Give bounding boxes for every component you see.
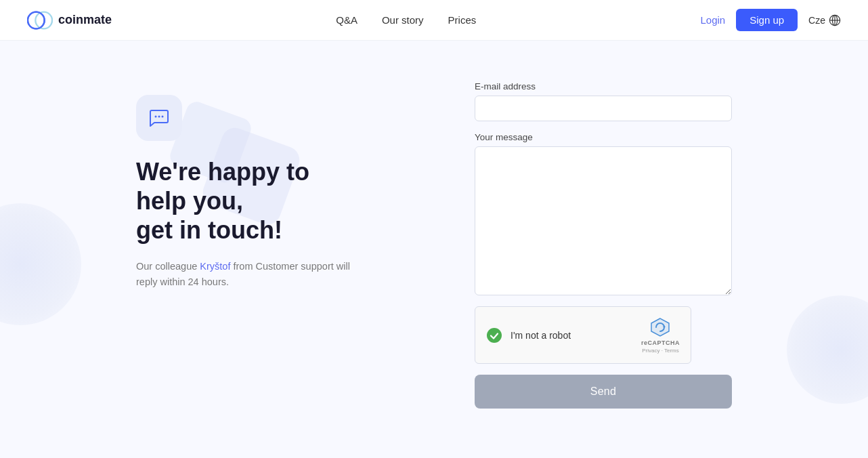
nav-right: Login Sign up Cze bbox=[701, 9, 841, 31]
recaptcha-links: Privacy · Terms bbox=[642, 348, 679, 354]
subtext: Our colleague Kryštof from Customer supp… bbox=[136, 259, 353, 290]
colleague-name: Kryštof bbox=[200, 261, 230, 272]
svg-point-8 bbox=[158, 116, 160, 118]
chat-icon bbox=[148, 106, 171, 129]
email-input[interactable] bbox=[475, 96, 732, 121]
recaptcha-checkmark bbox=[486, 327, 502, 344]
left-panel: We're happy to help you, get in touch! O… bbox=[136, 81, 420, 290]
logo-text: coinmate bbox=[58, 13, 112, 27]
globe-icon bbox=[829, 14, 841, 26]
navbar: coinmate Q&A Our story Prices Login Sign… bbox=[0, 0, 868, 41]
language-selector[interactable]: Cze bbox=[808, 14, 841, 26]
recaptcha-box[interactable]: I'm not a robot reCAPTCHA Privacy · Term… bbox=[475, 306, 691, 364]
subtext-prefix: Our colleague bbox=[136, 261, 200, 272]
svg-point-10 bbox=[487, 328, 502, 343]
heading-line2: help you, bbox=[136, 187, 243, 215]
svg-point-9 bbox=[162, 116, 164, 118]
recaptcha-logo-icon bbox=[649, 316, 671, 338]
chat-icon-wrapper bbox=[136, 95, 182, 141]
nav-links: Q&A Our story Prices bbox=[336, 14, 476, 26]
heading: We're happy to help you, get in touch! bbox=[136, 157, 420, 245]
heading-line1: We're happy to bbox=[136, 158, 309, 186]
login-link[interactable]: Login bbox=[701, 14, 726, 26]
nav-item-our-story[interactable]: Our story bbox=[382, 14, 424, 26]
recaptcha-brand: reCAPTCHA bbox=[641, 339, 680, 346]
message-form-group: Your message bbox=[475, 132, 732, 295]
email-form-group: E-mail address bbox=[475, 81, 732, 121]
recaptcha-label: I'm not a robot bbox=[511, 330, 571, 341]
nav-item-qa[interactable]: Q&A bbox=[336, 14, 357, 26]
right-panel: E-mail address Your message I'm not a ro… bbox=[475, 81, 732, 409]
heading-line3: get in touch! bbox=[136, 216, 282, 244]
svg-point-7 bbox=[155, 116, 157, 118]
nav-item-prices[interactable]: Prices bbox=[448, 14, 477, 26]
recaptcha-left: I'm not a robot bbox=[486, 327, 571, 344]
logo[interactable]: coinmate bbox=[27, 11, 112, 30]
lang-label: Cze bbox=[808, 15, 825, 26]
email-label: E-mail address bbox=[475, 81, 732, 91]
send-button[interactable]: Send bbox=[475, 375, 732, 409]
message-textarea[interactable] bbox=[475, 146, 732, 295]
recaptcha-right: reCAPTCHA Privacy · Terms bbox=[641, 316, 680, 354]
signup-button[interactable]: Sign up bbox=[736, 9, 798, 31]
main-content: We're happy to help you, get in touch! O… bbox=[0, 41, 868, 449]
message-label: Your message bbox=[475, 132, 732, 142]
